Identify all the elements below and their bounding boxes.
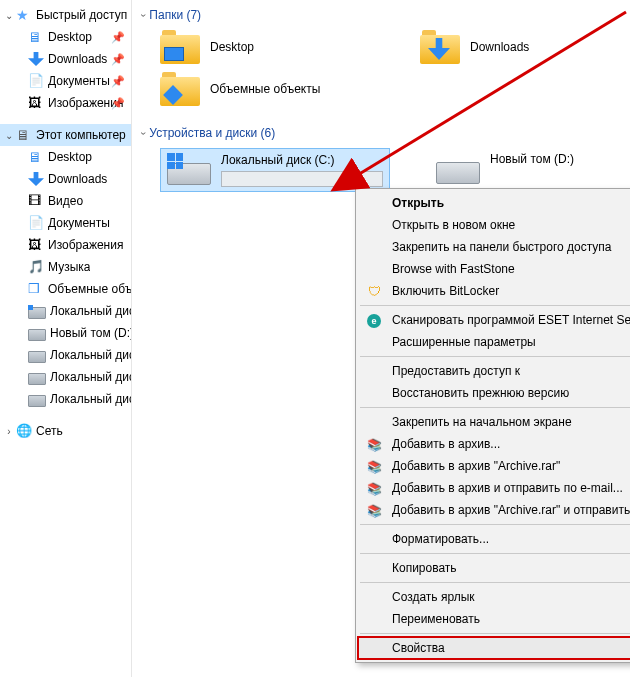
archive-icon [364,503,384,518]
menu-item[interactable]: Закрепить на начальном экране [358,411,630,433]
star-icon [16,7,32,23]
nav-item[interactable]: Объемные объекты [0,278,131,300]
nav-label: Быстрый доступ [36,8,127,22]
menu-item[interactable]: Копировать [358,557,630,579]
chevron-right-icon: › [4,426,14,437]
picture-icon [28,237,44,253]
archive-icon [364,481,384,496]
menu-separator [360,407,630,408]
download-icon [28,52,44,66]
nav-item[interactable]: Музыка [0,256,131,278]
globe-icon [16,423,32,439]
folder-label: Объемные объекты [210,82,320,96]
nav-item[interactable]: Локальный диск (C:) [0,300,131,322]
archive-icon [364,459,384,474]
nav-label: Музыка [48,260,90,274]
menu-item[interactable]: Добавить в архив... [358,433,630,455]
eset-icon: e [364,312,384,328]
menu-item[interactable]: Переименовать [358,608,630,630]
menu-label: Свойства [392,641,445,655]
nav-item[interactable]: Desktop📌 [0,26,131,48]
nav-label: Локальный диск (C:) [50,304,131,318]
nav-label: Локальный диск (G:) [50,392,131,406]
drive-icon [436,152,480,184]
menu-label: Browse with FastStone [392,262,515,276]
menu-item[interactable]: eСканировать программой ESET Internet Se… [358,309,630,331]
menu-label: Расширенные параметры [392,335,536,349]
menu-item[interactable]: Свойства [358,637,630,659]
group-header-drives[interactable]: › Устройства и диски (6) [142,126,620,140]
nav-item[interactable]: Локальный диск (E:) [0,344,131,366]
nav-item[interactable]: Локальный диск (F:) [0,366,131,388]
disk-icon [28,395,46,407]
folder-item[interactable]: Downloads [420,30,620,64]
folder-item[interactable]: Объемные объекты [160,72,360,106]
menu-label: Включить BitLocker [392,284,499,298]
nav-network[interactable]: › Сеть [0,420,131,442]
menu-label: Добавить в архив и отправить по e-mail..… [392,481,623,495]
menu-separator [360,305,630,306]
nav-label: Документы [48,74,110,88]
nav-item[interactable]: Desktop [0,146,131,168]
nav-label: Видео [48,194,83,208]
nav-item[interactable]: Изображения📌 [0,92,131,114]
pin-icon: 📌 [111,75,125,88]
folder-label: Desktop [210,40,254,54]
menu-label: Открыть [392,196,444,210]
nav-label: Сеть [36,424,63,438]
nav-item[interactable]: Downloads📌 [0,48,131,70]
menu-item[interactable]: Открыть [358,192,630,214]
context-menu: ОткрытьОткрыть в новом окнеЗакрепить на … [355,188,630,663]
menu-item[interactable]: Расширенные параметры▶ [358,331,630,353]
menu-label: Закрепить на панели быстрого доступа [392,240,612,254]
menu-item[interactable]: Восстановить прежнюю версию [358,382,630,404]
nav-item[interactable]: Downloads [0,168,131,190]
menu-label: Предоставить доступ к [392,364,520,378]
cube-icon [28,281,44,297]
menu-label: Открыть в новом окне [392,218,515,232]
nav-this-pc[interactable]: ⌄ Этот компьютер [0,124,131,146]
menu-item[interactable]: Добавить в архив "Archive.rar" и отправи… [358,499,630,521]
menu-item[interactable]: Закрепить на панели быстрого доступа [358,236,630,258]
menu-item[interactable]: Открыть в новом окне [358,214,630,236]
menu-item[interactable]: Создать ярлык [358,586,630,608]
nav-label: Объемные объекты [48,282,131,296]
menu-item[interactable]: Добавить в архив и отправить по e-mail..… [358,477,630,499]
folder-icon [160,72,200,106]
drive-usage-bar [221,171,383,187]
nav-item[interactable]: Новый том (D:) [0,322,131,344]
folder-icon [420,30,460,64]
nav-label: Документы [48,216,110,230]
drive-item[interactable]: Локальный диск (C:) [160,148,390,192]
chevron-down-icon: › [138,13,149,16]
pin-icon: 📌 [111,53,125,66]
folder-item[interactable]: Desktop [160,30,360,64]
menu-label: Форматировать... [392,532,489,546]
monitor-icon [28,29,44,45]
chevron-down-icon: ⌄ [4,130,14,141]
nav-quick-access[interactable]: ⌄ Быстрый доступ [0,4,131,26]
monitor-icon [28,149,44,165]
nav-item[interactable]: Видео [0,190,131,212]
nav-item[interactable]: Документы📌 [0,70,131,92]
nav-item[interactable]: Документы [0,212,131,234]
drive-item[interactable]: Новый том (D:) [430,148,580,188]
menu-label: Восстановить прежнюю версию [392,386,569,400]
menu-item[interactable]: Форматировать... [358,528,630,550]
menu-item[interactable]: Добавить в архив "Archive.rar" [358,455,630,477]
folder-label: Downloads [470,40,529,54]
nav-label: Локальный диск (F:) [50,370,131,384]
menu-item[interactable]: Browse with FastStone [358,258,630,280]
music-icon [28,259,44,275]
group-header-folders[interactable]: › Папки (7) [142,8,620,22]
nav-label: Downloads [48,172,107,186]
archive-icon [364,437,384,452]
menu-item[interactable]: Предоставить доступ к▶ [358,360,630,382]
main-pane: › Папки (7) DesktopDownloads Объемные об… [132,0,630,677]
document-icon [28,73,44,89]
nav-item[interactable]: Изображения [0,234,131,256]
menu-separator [360,553,630,554]
group-title: Папки (7) [149,8,201,22]
nav-item[interactable]: Локальный диск (G:) [0,388,131,410]
menu-item[interactable]: Включить BitLocker [358,280,630,302]
